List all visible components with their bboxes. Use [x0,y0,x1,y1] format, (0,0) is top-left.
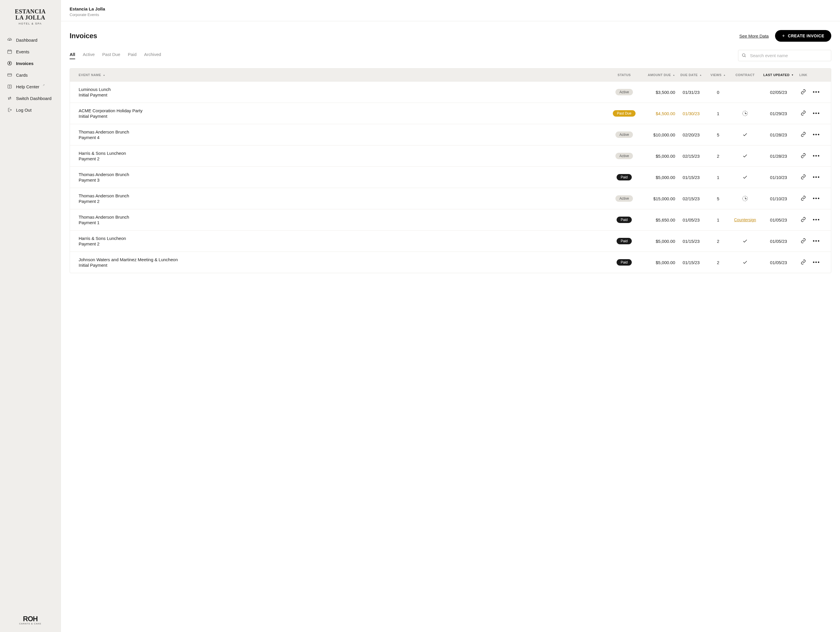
sidebar-item-help-center[interactable]: Help Center↗ [7,81,56,92]
last-updated-cell: 01/29/23 [761,111,796,116]
table-row[interactable]: Thomas Anderson BrunchPayment 3Paid$5,00… [70,166,831,188]
col-event-label: EVENT NAME [79,73,101,77]
link-icon[interactable] [801,89,806,95]
views-cell: 2 [707,154,729,158]
due-date-value: 02/15/23 [683,154,699,158]
last-updated-cell: 01/28/23 [761,154,796,158]
contract-cell [729,196,761,201]
event-cell: Harris & Sons LuncheonPayment 2 [79,236,611,246]
more-icon[interactable]: ••• [813,132,820,138]
external-link-icon: ↗ [43,84,45,87]
sidebar-item-log-out[interactable]: Log Out [7,105,56,116]
actions-cell: ••• [811,238,822,244]
table-row[interactable]: Luminous LunchInitial PaymentActive$3,50… [70,81,831,103]
link-cell [796,132,811,138]
sidebar-item-label: Events [16,49,29,54]
amount-value: $5,000.00 [655,260,675,265]
more-icon[interactable]: ••• [813,174,820,181]
tab-all[interactable]: All [69,52,75,59]
link-icon[interactable] [801,260,806,266]
table-row[interactable]: Johnson Waters and Martinez Meeting & Lu… [70,252,831,273]
table-row[interactable]: Harris & Sons LuncheonPayment 2Paid$5,00… [70,230,831,252]
tab-archived[interactable]: Archived [144,52,161,59]
contract-cell [729,260,761,265]
header-title: Estancia La Jolla [69,6,831,11]
col-amount-due[interactable]: AMOUNT DUE ▲ [637,73,675,77]
due-date-value: 01/15/23 [683,239,699,244]
main: Estancia La Jolla Corporate Events Invoi… [61,0,840,632]
col-views-label: VIEWS [711,73,722,77]
col-status[interactable]: STATUS [611,73,637,77]
search-icon [742,53,746,58]
sidebar-nav: DashboardEventsInvoicesCardsHelp Center↗… [0,35,61,116]
table-row[interactable]: Thomas Anderson BrunchPayment 1Paid$5,65… [70,209,831,230]
link-cell [796,174,811,181]
views-cell: 2 [707,239,729,244]
more-icon[interactable]: ••• [813,260,820,266]
link-icon[interactable] [801,153,806,159]
last-updated-cell: 01/10/23 [761,196,796,201]
more-icon[interactable]: ••• [813,217,820,223]
tab-past-due[interactable]: Past Due [102,52,120,59]
status-cell: Active [611,89,637,95]
amount-value: $5,000.00 [655,239,675,244]
col-contract[interactable]: CONTRACT [729,73,761,77]
see-more-link[interactable]: See More Data [739,33,769,38]
amount-value: $5,000.00 [655,154,675,158]
due-date-value: 02/20/23 [683,132,699,137]
link-cell [796,217,811,223]
table-row[interactable]: Thomas Anderson BrunchPayment 4Active$10… [70,124,831,145]
link-icon[interactable] [801,217,806,223]
table-row[interactable]: ACME Corporation Holiday PartyInitial Pa… [70,103,831,124]
sidebar-item-dashboard[interactable]: Dashboard [7,35,56,46]
countersign-link[interactable]: Countersign [734,217,756,222]
table-row[interactable]: Thomas Anderson BrunchPayment 2Active$15… [70,188,831,209]
link-cell [796,111,811,117]
col-actions [811,73,822,77]
sidebar-item-invoices[interactable]: Invoices [7,58,56,69]
more-icon[interactable]: ••• [813,153,820,159]
due-date-cell: 02/20/23 [675,132,707,137]
sidebar-item-label: Invoices [16,61,33,66]
link-icon[interactable] [801,111,806,117]
create-invoice-button[interactable]: + CREATE INVOICE [775,30,831,42]
amount-value: $3,500.00 [655,90,675,95]
status-badge: Active [616,89,633,95]
more-icon[interactable]: ••• [813,238,820,244]
sidebar-item-events[interactable]: Events [7,46,56,57]
col-views[interactable]: VIEWS ▲ [707,73,729,77]
more-icon[interactable]: ••• [813,196,820,202]
status-badge: Paid [617,174,632,181]
tab-active[interactable]: Active [83,52,95,59]
sidebar-item-label: Cards [16,73,28,78]
col-due-date[interactable]: DUE DATE ▲ [675,73,707,77]
link-icon[interactable] [801,132,806,138]
contract-cell [729,238,761,244]
logo-line-3: HOTEL & SPA [7,22,54,25]
amount-cell: $5,000.00 [637,175,675,180]
col-status-label: STATUS [617,73,631,77]
card-icon [7,72,12,78]
col-event-name[interactable]: EVENT NAME ▲ [79,73,611,77]
more-icon[interactable]: ••• [813,89,820,95]
more-icon[interactable]: ••• [813,111,820,117]
search-input[interactable] [738,50,831,61]
tab-paid[interactable]: Paid [128,52,137,59]
sidebar-item-switch-dashboard[interactable]: Switch Dashboard [7,93,56,104]
link-icon[interactable] [801,174,806,181]
due-date-value: 01/15/23 [683,260,699,265]
due-date-cell: 01/15/23 [675,239,707,244]
dollar-icon [7,61,12,66]
due-date-value: 02/15/23 [683,196,699,201]
sort-up-icon: ▲ [103,74,105,76]
col-last-updated[interactable]: LAST UPDATED ▼ [761,73,796,77]
link-icon[interactable] [801,238,806,244]
col-contract-label: CONTRACT [736,73,755,77]
link-icon[interactable] [801,196,806,202]
due-date-cell: 02/15/23 [675,196,707,201]
plus-icon: + [782,33,785,38]
views-cell: 5 [707,132,729,137]
table-row[interactable]: Harris & Sons LuncheonPayment 2Active$5,… [70,145,831,166]
sidebar-item-cards[interactable]: Cards [7,70,56,81]
event-name: Thomas Anderson Brunch [79,215,129,220]
